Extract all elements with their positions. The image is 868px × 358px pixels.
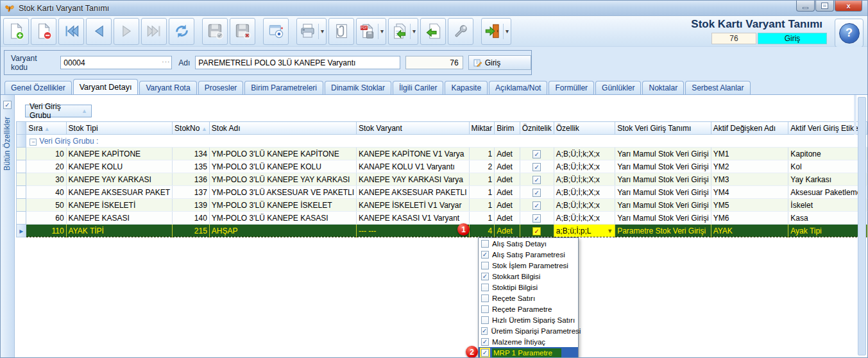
dropdown-item-stoktipi-bilgisi[interactable]: Stoktipi Bilgisi [479, 282, 578, 293]
dropdown-item-checkbox[interactable] [481, 284, 489, 291]
pdf-dropdown-arrow[interactable]: ▾ [378, 24, 384, 39]
attachment-button[interactable] [328, 18, 354, 45]
dropdown-item-checkbox[interactable] [481, 240, 489, 248]
tab-açıklama-not[interactable]: Açıklama/Not [489, 81, 547, 94]
oznitelik-checkbox[interactable] [532, 227, 541, 235]
dropdown-item-checkbox[interactable] [481, 327, 488, 335]
tab-varyant-rota[interactable]: Varyant Rota [139, 81, 196, 94]
column-header-miktar[interactable]: Miktar [469, 122, 495, 135]
tab-serbest-alanlar[interactable]: Serbest Alanlar [685, 81, 750, 94]
tab-noktalar[interactable]: Noktalar [642, 81, 684, 94]
save-cancel-button[interactable] [230, 18, 255, 45]
tab-prosesler[interactable]: Prosesler [198, 81, 244, 94]
new-record-button[interactable] [3, 18, 29, 45]
tab-genel-özellikler[interactable]: Genel Özellikler [4, 81, 72, 94]
row-indicator[interactable] [17, 160, 26, 173]
column-header-stok-veri-giriş-tanımı[interactable]: Stok Veri Giriş Tanımı [615, 122, 711, 135]
grid-row[interactable]: 20KANEPE KOLU135YM-POLO 3'LÜ KANEPE KOLU… [17, 160, 867, 173]
refresh-button[interactable] [169, 18, 194, 45]
dropdown-item-alış-satış-detayı[interactable]: Alış Satış Detayı [479, 238, 578, 249]
oznitelik-checkbox[interactable] [532, 189, 541, 197]
grid-row[interactable]: 10KANEPE KAPİTONE134YM-POLO 3'LÜ KANEPE … [17, 148, 867, 160]
row-indicator[interactable] [17, 186, 26, 199]
close-button[interactable]: x [835, 1, 862, 12]
dropdown-item-üretim-siparişi-parametresi[interactable]: Üretim Siparişi Parametresi [479, 325, 578, 336]
variant-name-input[interactable] [195, 56, 400, 69]
ozellik-combo-editor[interactable]: a;B;ü;İ;p;L▼ [554, 225, 615, 237]
exit-button[interactable]: ▾ [481, 18, 511, 45]
column-header-aktif-değişken-adı[interactable]: Aktif Değişken Adı [711, 122, 788, 135]
column-header-stokno[interactable]: StokNo ▲ [173, 122, 210, 135]
dropdown-item-alış-satış-parametresi[interactable]: Alış Satış Parametresi [479, 249, 578, 260]
print-button[interactable]: ▾ [296, 18, 327, 45]
dropdown-item-reçete-satırı[interactable]: Reçete Satırı [479, 293, 578, 303]
copy-transfer-button[interactable]: ▾ [388, 18, 418, 45]
row-indicator[interactable] [17, 173, 26, 186]
nav-next-button[interactable] [114, 18, 139, 45]
grid-row-selected[interactable]: ▸110AYAK TİPİ215AHŞAP--- ---4Adeta;B;ü;İ… [17, 225, 867, 237]
row-indicator[interactable] [17, 135, 26, 148]
column-header-stok-varyant[interactable]: Stok Varyant [357, 122, 470, 135]
collapse-group-icon[interactable]: − [30, 139, 37, 146]
entry-button[interactable]: Giriş [468, 55, 531, 70]
dropdown-item-stok-i-şlem-parametresi[interactable]: Stok İşlem Parametresi [479, 260, 578, 271]
column-header-birim[interactable]: Birim [495, 122, 520, 135]
grid-row[interactable]: 50KANEPE İSKELETİ139YM-POLO 3'LÜ KANEPE … [17, 199, 867, 212]
column-header-sıra[interactable]: Sıra ▲ [26, 122, 66, 135]
import-button[interactable] [420, 18, 446, 45]
restore-button[interactable] [815, 1, 834, 12]
row-indicator[interactable] [17, 199, 26, 212]
oznitelik-checkbox[interactable] [532, 150, 541, 158]
pdf-save-button[interactable]: PDF ▾ [356, 18, 386, 45]
print-dropdown-arrow[interactable]: ▾ [318, 24, 324, 39]
dropdown-item-malzeme-i-htiyaç[interactable]: Malzeme İhtiyaç [479, 336, 578, 347]
oznitelik-checkbox[interactable] [532, 176, 541, 184]
oznitelik-checkbox[interactable] [532, 163, 541, 171]
dropdown-item-checkbox[interactable] [481, 273, 489, 280]
tools-button[interactable] [448, 18, 473, 45]
preview-button[interactable] [263, 18, 289, 45]
column-header-özellik[interactable]: Özellik [554, 122, 615, 135]
delete-record-button[interactable] [31, 18, 56, 45]
grid-row[interactable]: 40KANEPE AKSESUAR PAKET137YM-POLO 3'LÜ A… [17, 186, 867, 199]
tab-i-lgili-cariler[interactable]: İlgili Cariler [393, 81, 443, 94]
column-header-öznitelik[interactable]: Öznitelik [520, 122, 554, 135]
tab-kapasite[interactable]: Kapasite [445, 81, 488, 94]
variant-code-input[interactable] [60, 56, 172, 69]
dropdown-item-checkbox[interactable] [481, 305, 489, 313]
group-by-button[interactable]: Veri Giriş Grubu ▲ [25, 105, 92, 117]
vertical-scrollbar[interactable] [858, 97, 866, 355]
nav-previous-button[interactable] [86, 18, 112, 45]
dropdown-item-reçete-parametre[interactable]: Reçete Parametre [479, 303, 578, 314]
dropdown-item-stokkart-bilgisi[interactable]: Stokkart Bilgisi [479, 271, 578, 282]
dropdown-item-checkbox[interactable] [481, 338, 489, 346]
row-indicator[interactable] [17, 148, 26, 160]
tab-günlükler[interactable]: Günlükler [595, 81, 641, 94]
grid-row[interactable]: 60KANEPE KASASI140YM-POLO 3'LÜ KANEPE KA… [17, 212, 867, 225]
grid-row[interactable]: 30KANEPE YAY KARKASI136YM-POLO 3'LÜ KANE… [17, 173, 867, 186]
row-indicator[interactable]: ▸ [17, 225, 26, 237]
tab-birim-parametreleri[interactable]: Birim Parametreleri [244, 81, 323, 94]
tab-dinamik-stoklar[interactable]: Dinamik Stoklar [325, 81, 391, 94]
dropdown-item-checkbox[interactable] [481, 294, 489, 302]
save-button[interactable] [202, 18, 228, 45]
oznitelik-checkbox[interactable] [532, 201, 541, 210]
all-properties-checkbox[interactable] [3, 101, 12, 109]
dropdown-item-mrp-1-parametre[interactable]: MRP 1 Parametre [479, 347, 578, 358]
column-header-stok-adı[interactable]: Stok Adı [209, 122, 356, 135]
dropdown-item-checkbox[interactable] [481, 349, 489, 357]
exit-dropdown-arrow[interactable]: ▾ [503, 24, 509, 39]
dropdown-item-hızlı-üretim-sipariş-satırı[interactable]: Hızlı Üretim Sipariş Satırı [479, 314, 578, 325]
tab-varyant-detayı[interactable]: Varyant Detayı [73, 79, 139, 94]
oznitelik-checkbox[interactable] [532, 214, 541, 223]
dropdown-item-checkbox[interactable] [481, 262, 489, 269]
nav-last-button[interactable] [141, 18, 167, 45]
dropdown-item-checkbox[interactable] [481, 251, 489, 259]
nav-first-button[interactable] [58, 18, 84, 45]
dropdown-item-checkbox[interactable] [481, 316, 489, 324]
tab-formüller[interactable]: Formüller [549, 81, 594, 94]
lookup-ellipsis-button[interactable]: ··· [162, 58, 170, 65]
help-button[interactable]: ? [835, 19, 864, 47]
copy-transfer-dropdown-arrow[interactable]: ▾ [410, 24, 416, 39]
minimize-button[interactable] [796, 1, 815, 12]
